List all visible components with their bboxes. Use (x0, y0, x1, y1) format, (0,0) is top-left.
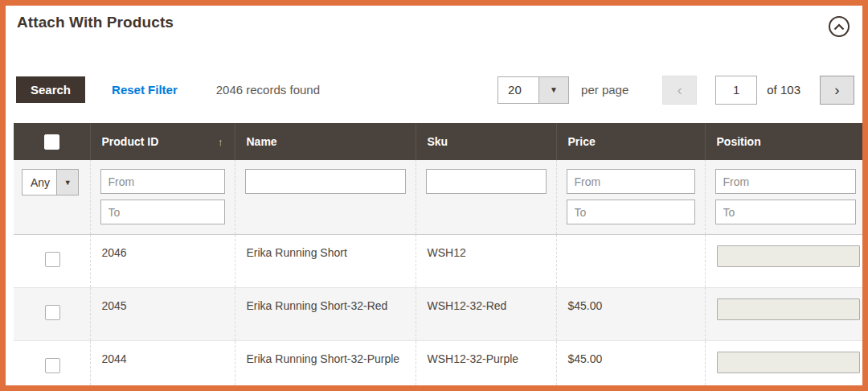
records-found-text: 2046 records found (216, 83, 320, 97)
previous-page-button[interactable]: ‹ (662, 76, 697, 105)
attach-with-products-panel: Attach With Products Search Reset Filter… (0, 0, 868, 391)
row-checkbox[interactable] (45, 358, 60, 373)
grid-toolbar: Search Reset Filter 2046 records found 2… (16, 75, 854, 105)
sort-ascending-icon: ↑ (218, 136, 223, 148)
chevron-up-circle-icon (833, 23, 845, 31)
chevron-down-icon: ▼ (56, 170, 78, 195)
table-row[interactable]: 2045 Erika Running Short-32-Red WSH12-32… (14, 288, 866, 341)
sku-filter-input[interactable] (426, 169, 547, 194)
position-from-input[interactable] (715, 169, 857, 194)
sku-cell: WSH12-32-Purple (416, 341, 556, 391)
chevron-right-icon: › (834, 81, 839, 99)
grid-header-row: Product ID ↑ Name Sku Price Position (14, 123, 866, 160)
chevron-down-icon: ▼ (538, 77, 568, 103)
pager: ‹ of 103 › (662, 76, 854, 105)
name-filter-input[interactable] (245, 169, 406, 194)
position-input[interactable] (717, 352, 860, 373)
position-input[interactable] (717, 298, 860, 320)
collapse-panel-button[interactable] (829, 16, 850, 37)
grid-filter-row: Any ▼ (14, 160, 866, 235)
per-page-label: per page (581, 83, 628, 97)
sku-cell: WSH12-32-Red (416, 288, 556, 341)
select-filter-dropdown[interactable]: Any ▼ (22, 169, 79, 196)
column-header-product-id[interactable]: Product ID ↑ (90, 123, 235, 160)
name-cell: Erika Running Short (235, 235, 416, 288)
row-checkbox[interactable] (45, 252, 60, 267)
page-size-value: 20 (498, 77, 538, 103)
select-all-checkbox[interactable] (44, 134, 59, 150)
next-page-button[interactable]: › (820, 76, 854, 105)
position-input[interactable] (717, 245, 860, 267)
row-checkbox[interactable] (45, 305, 60, 320)
sku-cell: WSH12 (416, 235, 556, 288)
column-header-name[interactable]: Name (235, 123, 416, 160)
panel-header: Attach With Products (6, 6, 862, 37)
name-cell: Erika Running Short-32-Red (235, 288, 416, 341)
column-label: Product ID (102, 135, 159, 148)
chevron-left-icon: ‹ (678, 81, 682, 99)
product-id-from-input[interactable] (100, 169, 225, 194)
product-id-cell: 2046 (90, 235, 235, 288)
current-page-input[interactable] (715, 76, 757, 105)
column-header-position[interactable]: Position (705, 123, 866, 160)
products-grid: Product ID ↑ Name Sku Price Position Any… (14, 123, 854, 391)
price-from-input[interactable] (567, 169, 695, 194)
page-size-select[interactable]: 20 ▼ (497, 76, 569, 104)
select-filter-value: Any (23, 170, 56, 195)
position-to-input[interactable] (715, 200, 857, 224)
total-pages-label: of 103 (767, 83, 800, 97)
price-to-input[interactable] (567, 200, 695, 224)
reset-filter-link[interactable]: Reset Filter (112, 83, 178, 97)
table-row[interactable]: 2046 Erika Running Short WSH12 (14, 235, 866, 288)
product-id-to-input[interactable] (100, 200, 225, 224)
panel-title: Attach With Products (17, 14, 174, 31)
product-id-cell: 2044 (90, 341, 235, 391)
price-cell: $45.00 (556, 288, 705, 341)
product-id-cell: 2045 (90, 288, 235, 341)
table-row[interactable]: 2044 Erika Running Short-32-Purple WSH12… (14, 341, 866, 391)
price-cell (556, 235, 705, 288)
column-header-price[interactable]: Price (556, 123, 705, 160)
price-cell: $45.00 (556, 341, 705, 391)
column-header-sku[interactable]: Sku (416, 123, 556, 160)
name-cell: Erika Running Short-32-Purple (235, 341, 416, 391)
search-button[interactable]: Search (16, 76, 85, 103)
